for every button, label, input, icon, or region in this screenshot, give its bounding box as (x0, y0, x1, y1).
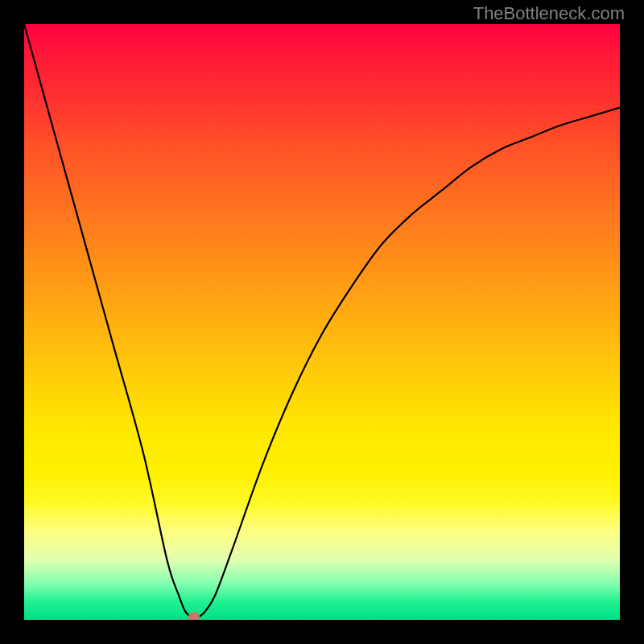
plot-area (24, 24, 620, 620)
chart-container: TheBottleneck.com (0, 0, 644, 644)
watermark-text: TheBottleneck.com (473, 3, 625, 24)
curve-svg (24, 24, 620, 620)
bottleneck-curve (24, 24, 620, 617)
minimum-marker (188, 613, 200, 620)
